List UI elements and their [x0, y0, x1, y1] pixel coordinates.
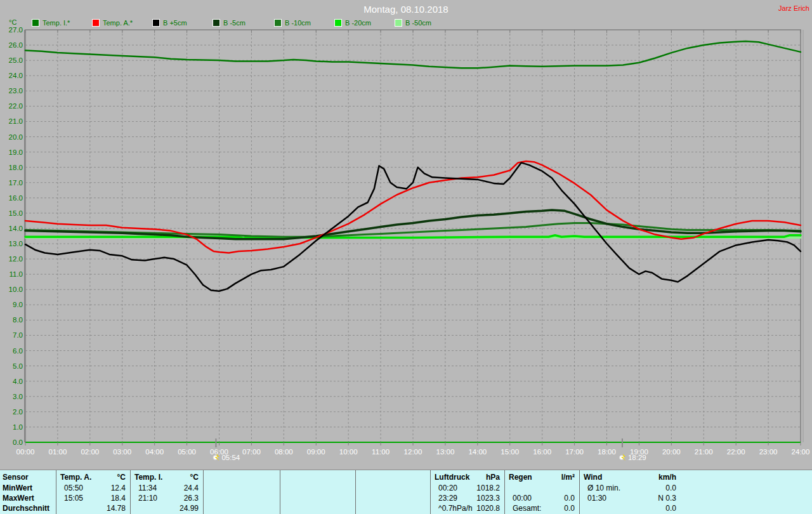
- y-tick-label: 22.0: [9, 102, 23, 110]
- stats-cell-time: [60, 504, 64, 513]
- x-tick-label: 05:00: [178, 448, 196, 456]
- x-tick-label: 23:00: [759, 448, 778, 456]
- stats-cell-time: 05:50: [60, 484, 83, 493]
- y-tick-label: 24.0: [9, 72, 23, 79]
- stats-row-label: MaxWert: [3, 494, 34, 503]
- y-tick-label: 26.0: [9, 41, 23, 49]
- y-tick-label: 1.0: [13, 423, 23, 431]
- chart-canvas: 0.01.02.03.04.05.06.07.08.09.010.011.012…: [0, 0, 812, 469]
- y-tick-label: 25.0: [9, 56, 23, 64]
- stats-cell-value: 26.3: [184, 494, 199, 503]
- y-tick-label: 4.0: [13, 378, 23, 385]
- stats-cell-time: 21:10: [134, 494, 157, 503]
- y-tick-label: 16.0: [9, 194, 23, 202]
- stats-table: SensorMinWertMaxWertDurchschnitt Temp. A…: [0, 470, 812, 514]
- x-tick-label: 14:00: [468, 448, 487, 456]
- y-tick-label: 13.0: [9, 240, 23, 247]
- stats-cell-time: 00:20: [435, 484, 457, 493]
- sunset-time-label: 18:29: [628, 454, 646, 461]
- y-tick-label: 18.0: [9, 164, 23, 171]
- x-tick-label: 00:00: [16, 448, 35, 456]
- stats-group-temp-a-: Temp. A.°C05:5012.415:0518.414.78: [56, 470, 131, 514]
- stats-group-wind: Windkm/hØ 10 min.0.001:30N 0.30.0: [579, 470, 681, 514]
- y-tick-label: 19.0: [9, 148, 23, 156]
- y-tick-label: 23.0: [9, 87, 23, 95]
- stats-row-label: MinWert: [3, 484, 32, 492]
- stats-cell-value: 12.4: [111, 484, 126, 493]
- x-tick-label: 10:00: [339, 448, 358, 456]
- sunrise-time-label: 05:54: [221, 454, 240, 461]
- stats-cell-value: 1018.2: [476, 484, 500, 493]
- stats-group-temp-i-: Temp. I.°C11:3424.421:1026.324.99: [130, 470, 204, 514]
- y-tick-label: 11.0: [9, 270, 23, 278]
- y-tick-label: 10.0: [9, 286, 23, 293]
- stats-cell-time: 15:05: [60, 494, 83, 503]
- stats-row-label: Durchschnitt: [3, 504, 49, 513]
- stats-cell-value: 0.0: [564, 504, 575, 513]
- stats-group-empty: [355, 470, 431, 514]
- stats-group-luftdruck: LuftdruckhPa00:201018.223:291023.3^0.7hP…: [430, 470, 505, 514]
- stats-cell-time: [207, 504, 211, 513]
- y-tick-label: 5.0: [13, 362, 23, 370]
- stats-group-regen: Regenl/m²00:000.0Gesamt:0.0: [504, 470, 580, 514]
- x-tick-label: 13:00: [436, 448, 455, 456]
- stats-cell-time: [284, 484, 288, 493]
- stats-group-unit: km/h: [658, 473, 676, 482]
- x-tick-label: 09:00: [307, 448, 325, 456]
- stats-cell-time: [360, 504, 363, 513]
- stats-cell-value: N 0.3: [658, 494, 676, 503]
- y-tick-label: 15.0: [9, 209, 23, 217]
- stats-cell-time: Gesamt:: [509, 504, 541, 513]
- stats-cell-time: [509, 484, 513, 493]
- y-tick-label: 8.0: [13, 316, 23, 324]
- x-tick-label: 15:00: [501, 448, 519, 456]
- stats-cell-value: 1020.8: [476, 504, 500, 513]
- y-tick-label: 14.0: [9, 225, 23, 232]
- stats-cell-time: [134, 504, 138, 513]
- y-tick-label: 0.0: [13, 438, 23, 446]
- x-tick-label: 01:00: [49, 448, 67, 456]
- stats-group-empty: [280, 470, 356, 514]
- y-tick-label: 3.0: [13, 393, 23, 400]
- stats-cell-time: [360, 494, 363, 503]
- x-tick-label: 12:00: [404, 448, 422, 456]
- stats-group-unit: °C: [117, 473, 126, 482]
- stats-group-unit: °C: [190, 473, 199, 482]
- y-tick-label: 20.0: [9, 133, 23, 141]
- y-tick-label: 12.0: [9, 255, 23, 263]
- y-tick-label: 9.0: [13, 301, 23, 308]
- stats-cell-time: [284, 504, 288, 513]
- stats-cell-time: Ø 10 min.: [584, 484, 620, 493]
- stats-group-name: Luftdruck: [435, 473, 469, 482]
- stats-cell-time: 00:00: [509, 494, 532, 503]
- y-tick-label: 6.0: [13, 347, 23, 355]
- stats-group-unit: hPa: [486, 473, 500, 482]
- x-tick-label: 11:00: [372, 448, 390, 456]
- stats-cell-time: 01:30: [584, 494, 606, 503]
- stats-cell-time: 11:34: [134, 484, 157, 493]
- x-tick-label: 08:00: [275, 448, 293, 456]
- stats-cell-value: 0.0: [564, 494, 575, 503]
- stats-group-name: Temp. A.: [60, 473, 91, 482]
- x-tick-label: 22:00: [727, 448, 745, 456]
- stats-cell-time: [207, 494, 211, 503]
- x-tick-label: 04:00: [145, 448, 164, 456]
- weather-app-window: Montag, 08.10.2018 Jarz Erich °C Temp. I…: [0, 0, 812, 514]
- stats-cell-time: [284, 494, 288, 503]
- y-tick-label: 2.0: [13, 408, 23, 416]
- y-tick-label: 21.0: [9, 117, 23, 125]
- y-tick-label: 17.0: [9, 179, 23, 187]
- stats-row-labels: SensorMinWertMaxWertDurchschnitt: [3, 470, 56, 514]
- stats-cell-value: 0.0: [665, 484, 676, 493]
- y-tick-label: 27.0: [9, 26, 23, 34]
- stats-cell-time: 23:29: [435, 494, 457, 503]
- x-tick-label: 03:00: [113, 448, 131, 456]
- stats-group-name: Temp. I.: [134, 473, 162, 482]
- stats-cell-time: [207, 484, 211, 493]
- stats-cell-time: [584, 504, 587, 513]
- stats-cell-value: 18.4: [111, 494, 126, 503]
- stats-row-label: Sensor: [3, 473, 29, 482]
- x-tick-label: 17:00: [565, 448, 584, 456]
- stats-group-name: Wind: [584, 473, 602, 482]
- x-tick-label: 18:00: [598, 448, 616, 456]
